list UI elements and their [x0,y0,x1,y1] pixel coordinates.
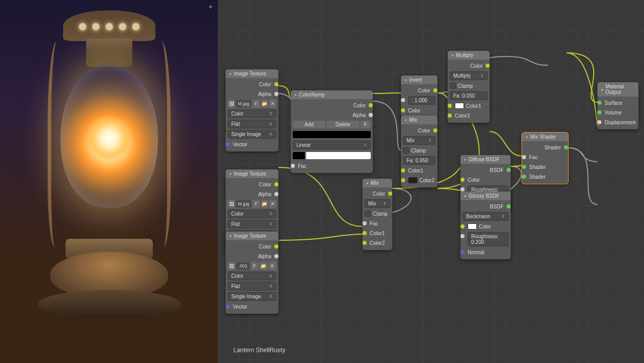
clamp-toggle[interactable]: Clamp [450,82,488,90]
clamp-toggle[interactable]: Clamp [365,209,390,218]
ramp-gradient-top[interactable] [293,131,371,138]
node-header[interactable]: Image Texture [226,169,278,178]
node-header[interactable]: Image Texture [226,232,278,240]
node-header[interactable]: Mix [363,179,392,187]
colorspace-select[interactable]: Color [228,109,276,118]
preview-close-icon[interactable]: + [209,3,213,11]
node-header[interactable]: Glossy BSDF [460,192,511,200]
node-header[interactable]: Multiply [448,51,490,60]
node-color-ramp[interactable]: ColorRamp Color Alpha AddDeleteF Linear … [291,90,373,173]
node-editor[interactable]: Image Texture Color Alpha 🖼M.jpgF📁✕ Colo… [218,0,644,363]
node-header[interactable]: Image Texture [226,69,278,78]
source-select[interactable]: Single Image [228,130,276,139]
source-select[interactable]: Single Image [228,292,276,301]
material-name-label: Lantern ShellRusty [233,347,285,354]
interp-select[interactable]: Linear [293,141,371,149]
node-multiply[interactable]: Multiply Color Multiply Clamp Fa: 0.050 … [448,51,490,123]
node-image-texture-1[interactable]: Image Texture Color Alpha 🖼M.jpgF📁✕ Colo… [226,69,278,151]
blend-select[interactable]: Mix [403,136,435,145]
lantern-render [43,10,176,318]
node-header[interactable]: Material Output [597,82,638,97]
roughness-input[interactable]: Roughness: 0.200 [468,232,509,246]
node-header[interactable]: ColorRamp [291,90,373,99]
ramp-buttons[interactable]: AddDeleteF [293,121,371,128]
node-header[interactable]: Diffuse BSDF [460,155,511,164]
node-mix-1[interactable]: Mix Color Mix Clamp Fa: 0.950 Color1 Col… [401,116,437,187]
image-selector[interactable]: 🖼M.jpgF📁✕ [228,200,276,208]
image-selector[interactable]: 🖼M.jpgF📁✕ [228,100,276,108]
image-selector[interactable]: 🖼.001F📁✕ [228,262,276,270]
fac-slider[interactable]: Fa: 0.950 [403,156,435,165]
fac-slider[interactable]: Fa: 0.050 [450,91,488,100]
color2-swatch[interactable] [408,177,417,183]
node-invert[interactable]: Invert Color : 1.000 Color [401,75,437,118]
node-image-texture-3[interactable]: Image Texture Color Alpha 🖼.001F📁✕ Color… [226,232,278,314]
colorspace-select[interactable]: Color [228,272,276,280]
node-mix-2[interactable]: Mix Color Mix Clamp Fac Color1 Color2 [363,179,392,250]
node-material-output[interactable]: Material Output Surface Volume Displacem… [597,82,638,129]
projection-select[interactable]: Flat [228,120,276,128]
color1-swatch[interactable] [455,103,464,109]
clamp-toggle[interactable]: Clamp [403,146,435,155]
render-preview: + [0,0,218,363]
ramp-gradient[interactable] [293,152,371,159]
projection-select[interactable]: Flat [228,282,276,291]
node-mix-shader[interactable]: Mix Shader Shader Fac Shader Shader [522,132,568,184]
projection-select[interactable]: Flat [228,220,276,228]
color-swatch[interactable] [468,223,477,230]
fac-input[interactable]: : 1.000 [408,96,435,105]
colorspace-select[interactable]: Color [228,209,276,218]
node-header[interactable]: Invert [401,75,437,84]
node-glossy-bsdf[interactable]: Glossy BSDF BSDF Beckmann Color Roughnes… [460,192,511,259]
node-header[interactable]: Mix [401,116,437,124]
blend-select[interactable]: Mix [365,199,390,208]
blend-select[interactable]: Multiply [450,71,488,80]
distribution-select[interactable]: Beckmann [462,212,509,221]
node-header[interactable]: Mix Shader [522,132,568,141]
